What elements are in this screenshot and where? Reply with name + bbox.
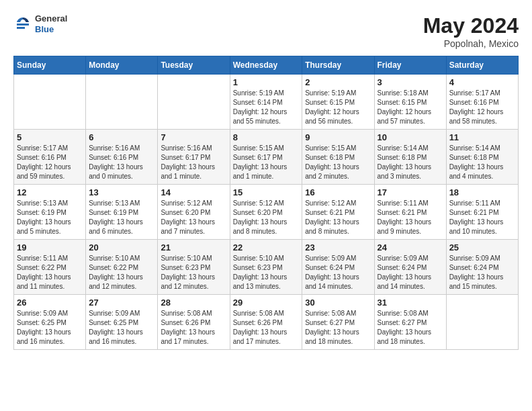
day-number: 15 — [233, 187, 300, 197]
cell-content: Sunrise: 5:10 AM Sunset: 6:23 PM Dayligh… — [233, 254, 300, 291]
calendar-cell: 2Sunrise: 5:19 AM Sunset: 6:15 PM Daylig… — [302, 75, 374, 130]
calendar-cell — [446, 295, 518, 350]
calendar-cell: 30Sunrise: 5:08 AM Sunset: 6:27 PM Dayli… — [302, 295, 374, 350]
calendar-cell: 13Sunrise: 5:13 AM Sunset: 6:19 PM Dayli… — [86, 185, 158, 240]
cell-content: Sunrise: 5:15 AM Sunset: 6:17 PM Dayligh… — [233, 144, 300, 181]
calendar-week-row: 1Sunrise: 5:19 AM Sunset: 6:14 PM Daylig… — [14, 75, 519, 130]
cell-content: Sunrise: 5:09 AM Sunset: 6:25 PM Dayligh… — [89, 309, 154, 347]
calendar-cell: 16Sunrise: 5:12 AM Sunset: 6:21 PM Dayli… — [302, 185, 374, 240]
cell-content: Sunrise: 5:09 AM Sunset: 6:24 PM Dayligh… — [378, 254, 443, 291]
cell-content: Sunrise: 5:19 AM Sunset: 6:14 PM Dayligh… — [233, 89, 300, 126]
cell-content: Sunrise: 5:14 AM Sunset: 6:18 PM Dayligh… — [449, 144, 515, 181]
svg-rect-0 — [17, 24, 29, 26]
cell-content: Sunrise: 5:16 AM Sunset: 6:16 PM Dayligh… — [89, 144, 154, 181]
cell-content: Sunrise: 5:14 AM Sunset: 6:18 PM Dayligh… — [378, 144, 443, 181]
calendar-cell: 29Sunrise: 5:08 AM Sunset: 6:26 PM Dayli… — [230, 295, 302, 350]
day-number: 28 — [161, 298, 226, 308]
cell-content: Sunrise: 5:12 AM Sunset: 6:20 PM Dayligh… — [233, 199, 300, 236]
calendar-cell: 21Sunrise: 5:10 AM Sunset: 6:23 PM Dayli… — [158, 240, 230, 295]
cell-content: Sunrise: 5:12 AM Sunset: 6:20 PM Dayligh… — [161, 199, 226, 236]
cell-content: Sunrise: 5:12 AM Sunset: 6:21 PM Dayligh… — [305, 199, 371, 236]
title-block: May 2024 Popolnah, Mexico — [423, 13, 519, 49]
day-number: 5 — [17, 132, 83, 142]
day-number: 23 — [305, 242, 371, 253]
day-number: 31 — [378, 298, 443, 308]
logo-icon — [13, 15, 32, 34]
day-number: 1 — [233, 77, 300, 87]
day-number: 9 — [305, 132, 371, 142]
day-number: 18 — [449, 187, 515, 197]
location: Popolnah, Mexico — [423, 38, 519, 49]
calendar-cell: 15Sunrise: 5:12 AM Sunset: 6:20 PM Dayli… — [230, 185, 302, 240]
calendar-cell: 9Sunrise: 5:15 AM Sunset: 6:18 PM Daylig… — [302, 130, 374, 185]
day-of-week-header: Saturday — [446, 56, 518, 75]
day-number: 12 — [17, 187, 83, 197]
day-number: 17 — [378, 187, 443, 197]
day-number: 20 — [89, 242, 154, 253]
day-number: 4 — [449, 77, 515, 87]
day-number: 7 — [161, 132, 226, 142]
day-number: 10 — [378, 132, 443, 142]
svg-rect-1 — [17, 27, 25, 29]
cell-content: Sunrise: 5:11 AM Sunset: 6:21 PM Dayligh… — [378, 199, 443, 236]
cell-content: Sunrise: 5:11 AM Sunset: 6:21 PM Dayligh… — [449, 199, 515, 236]
logo: General Blue — [13, 13, 67, 34]
calendar-cell: 24Sunrise: 5:09 AM Sunset: 6:24 PM Dayli… — [374, 240, 446, 295]
calendar-cell: 6Sunrise: 5:16 AM Sunset: 6:16 PM Daylig… — [86, 130, 158, 185]
calendar-cell: 31Sunrise: 5:08 AM Sunset: 6:27 PM Dayli… — [374, 295, 446, 350]
calendar-cell: 5Sunrise: 5:17 AM Sunset: 6:16 PM Daylig… — [14, 130, 86, 185]
cell-content: Sunrise: 5:08 AM Sunset: 6:26 PM Dayligh… — [233, 309, 300, 347]
cell-content: Sunrise: 5:08 AM Sunset: 6:27 PM Dayligh… — [305, 309, 371, 347]
calendar-week-row: 26Sunrise: 5:09 AM Sunset: 6:25 PM Dayli… — [14, 295, 519, 350]
calendar-cell: 8Sunrise: 5:15 AM Sunset: 6:17 PM Daylig… — [230, 130, 302, 185]
day-of-week-header: Wednesday — [230, 56, 302, 75]
calendar-week-row: 5Sunrise: 5:17 AM Sunset: 6:16 PM Daylig… — [14, 130, 519, 185]
month-year: May 2024 — [423, 13, 519, 38]
day-number: 27 — [89, 298, 154, 308]
calendar-cell: 12Sunrise: 5:13 AM Sunset: 6:19 PM Dayli… — [14, 185, 86, 240]
cell-content: Sunrise: 5:10 AM Sunset: 6:23 PM Dayligh… — [161, 254, 226, 291]
calendar-cell: 7Sunrise: 5:16 AM Sunset: 6:17 PM Daylig… — [158, 130, 230, 185]
calendar-header: SundayMondayTuesdayWednesdayThursdayFrid… — [14, 56, 519, 75]
cell-content: Sunrise: 5:08 AM Sunset: 6:27 PM Dayligh… — [378, 309, 443, 347]
cell-content: Sunrise: 5:09 AM Sunset: 6:24 PM Dayligh… — [305, 254, 371, 291]
cell-content: Sunrise: 5:17 AM Sunset: 6:16 PM Dayligh… — [449, 89, 515, 126]
calendar-cell: 22Sunrise: 5:10 AM Sunset: 6:23 PM Dayli… — [230, 240, 302, 295]
calendar-cell: 14Sunrise: 5:12 AM Sunset: 6:20 PM Dayli… — [158, 185, 230, 240]
day-number: 21 — [161, 242, 226, 253]
calendar-cell: 25Sunrise: 5:09 AM Sunset: 6:24 PM Dayli… — [446, 240, 518, 295]
day-number: 2 — [305, 77, 371, 87]
cell-content: Sunrise: 5:15 AM Sunset: 6:18 PM Dayligh… — [305, 144, 371, 181]
day-number: 24 — [378, 242, 443, 253]
day-number: 3 — [378, 77, 443, 87]
calendar-cell: 10Sunrise: 5:14 AM Sunset: 6:18 PM Dayli… — [374, 130, 446, 185]
cell-content: Sunrise: 5:13 AM Sunset: 6:19 PM Dayligh… — [17, 199, 83, 236]
calendar-cell: 23Sunrise: 5:09 AM Sunset: 6:24 PM Dayli… — [302, 240, 374, 295]
calendar-week-row: 19Sunrise: 5:11 AM Sunset: 6:22 PM Dayli… — [14, 240, 519, 295]
calendar-cell: 26Sunrise: 5:09 AM Sunset: 6:25 PM Dayli… — [14, 295, 86, 350]
calendar-cell — [86, 75, 158, 130]
calendar-cell: 18Sunrise: 5:11 AM Sunset: 6:21 PM Dayli… — [446, 185, 518, 240]
cell-content: Sunrise: 5:16 AM Sunset: 6:17 PM Dayligh… — [161, 144, 226, 181]
calendar-cell — [158, 75, 230, 130]
logo-blue-text: Blue — [35, 24, 67, 35]
calendar-cell: 3Sunrise: 5:18 AM Sunset: 6:15 PM Daylig… — [374, 75, 446, 130]
cell-content: Sunrise: 5:08 AM Sunset: 6:26 PM Dayligh… — [161, 309, 226, 347]
calendar-cell: 27Sunrise: 5:09 AM Sunset: 6:25 PM Dayli… — [86, 295, 158, 350]
cell-content: Sunrise: 5:18 AM Sunset: 6:15 PM Dayligh… — [378, 89, 443, 126]
calendar-week-row: 12Sunrise: 5:13 AM Sunset: 6:19 PM Dayli… — [14, 185, 519, 240]
cell-content: Sunrise: 5:17 AM Sunset: 6:16 PM Dayligh… — [17, 144, 83, 181]
day-number: 19 — [17, 242, 83, 253]
calendar-cell — [14, 75, 86, 130]
calendar-cell: 19Sunrise: 5:11 AM Sunset: 6:22 PM Dayli… — [14, 240, 86, 295]
cell-content: Sunrise: 5:11 AM Sunset: 6:22 PM Dayligh… — [17, 254, 83, 291]
day-number: 25 — [449, 242, 515, 253]
day-number: 11 — [449, 132, 515, 142]
calendar-cell: 20Sunrise: 5:10 AM Sunset: 6:22 PM Dayli… — [86, 240, 158, 295]
cell-content: Sunrise: 5:09 AM Sunset: 6:25 PM Dayligh… — [17, 309, 83, 347]
day-of-week-header: Tuesday — [158, 56, 230, 75]
logo-text: General Blue — [35, 13, 67, 34]
day-number: 16 — [305, 187, 371, 197]
day-of-week-header: Thursday — [302, 56, 374, 75]
page-header: General Blue May 2024 Popolnah, Mexico — [13, 13, 519, 49]
